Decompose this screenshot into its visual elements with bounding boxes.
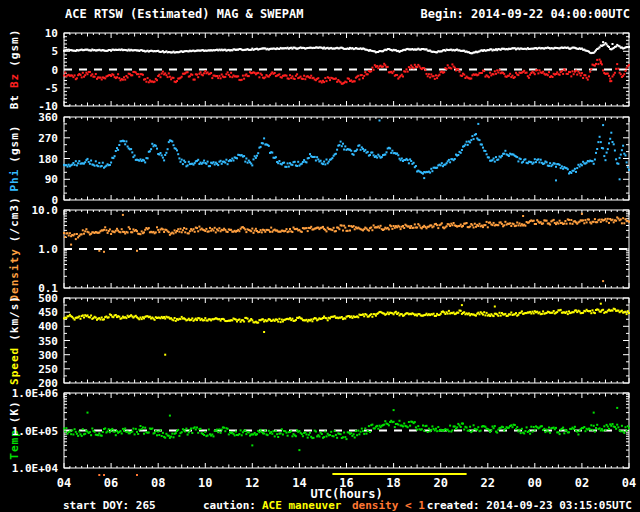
- y-tick-label: 10: [45, 27, 58, 40]
- y-tick-label: 1.0E+04: [12, 462, 59, 475]
- y-tick-label: 500: [38, 292, 58, 305]
- y-tick-label: 450: [38, 306, 58, 319]
- y-tick-label: 180: [38, 153, 58, 166]
- y-tick-label: 1.0E+06: [12, 387, 59, 400]
- maneuver-caption: ACE maneuver: [262, 499, 341, 512]
- panel-mag: 1050-5-10: [38, 27, 630, 113]
- panel-density: 10.01.00.1: [32, 204, 631, 295]
- y-tick-label: -5: [45, 82, 58, 95]
- ace-rtsw-plot-screen: ACE RTSW (Estimated) MAG & SWEPAM Begin:…: [0, 0, 640, 512]
- y-tick-label: 350: [38, 335, 58, 348]
- y-tick-label: 0: [51, 64, 58, 77]
- y-tick-label: 360: [38, 111, 58, 124]
- y-tick-label: 250: [38, 363, 58, 376]
- panel-temp: 1.0E+061.0E+051.0E+04: [12, 387, 630, 475]
- density-lt1-marker: [103, 474, 105, 476]
- density-lt1-marker: [98, 474, 100, 476]
- plot-canvas: 1050-5-1036027018090010.01.00.1500450400…: [0, 0, 640, 512]
- y-tick-label: 300: [38, 349, 58, 362]
- y-tick-label: 1.0: [38, 243, 58, 256]
- y-tick-label: 270: [38, 132, 58, 145]
- density-caution-caption: density < 1: [352, 499, 425, 512]
- start-doy-caption: start DOY: 265: [63, 499, 156, 512]
- panel-speed: 500450400350300250200: [38, 292, 630, 390]
- y-tick-label: 400: [38, 320, 58, 333]
- caution-caption: caution:: [203, 499, 256, 512]
- y-tick-label: 5: [51, 45, 58, 58]
- y-tick-label: 90: [45, 173, 58, 186]
- panel-phi: 360270180900: [38, 111, 630, 207]
- created-timestamp: created: 2014-09-23 03:15:05UTC: [427, 499, 632, 512]
- y-tick-label: 1.0E+05: [12, 425, 58, 438]
- y-tick-label: 10.0: [32, 204, 59, 217]
- maneuver-bar: [332, 473, 466, 475]
- density-lt1-marker: [136, 474, 138, 476]
